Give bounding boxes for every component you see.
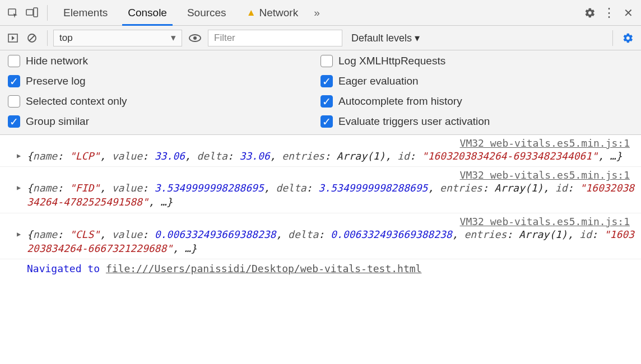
console-log-entry: VM32 web-vitals.es5.min.js:1 ▶ {name: "F… — [0, 167, 641, 213]
clear-console-icon[interactable] — [22, 29, 41, 48]
toggle-device-toolbar-icon[interactable] — [22, 3, 41, 22]
execution-context-select[interactable]: top ▾ — [53, 30, 182, 46]
live-expression-icon[interactable] — [185, 29, 205, 48]
devtools-toolbar: Elements Console Sources ▲ Network » ⋮ ✕ — [0, 0, 641, 26]
checkbox-preserve-log[interactable]: ✓ Preserve log — [8, 75, 320, 87]
checkbox-autocomplete-from-history[interactable]: ✓ Autocomplete from history — [320, 95, 633, 108]
tab-network-label: Network — [259, 7, 298, 19]
panel-tabs: Elements Console Sources ▲ Network » — [53, 0, 326, 25]
checkbox-icon: ✓ — [8, 115, 20, 128]
warning-icon: ▲ — [247, 7, 256, 18]
checkbox-icon — [320, 55, 333, 67]
log-object[interactable]: {name: "LCP", value: 33.06, delta: 33.06… — [27, 149, 635, 163]
checkbox-eager-evaluation[interactable]: ✓ Eager evaluation — [320, 75, 633, 87]
checkbox-icon — [8, 55, 20, 67]
console-settings-gear-icon[interactable] — [619, 29, 638, 48]
checkbox-label: Selected context only — [26, 95, 127, 108]
checkbox-label: Preserve log — [26, 75, 86, 87]
checkbox-evaluate-triggers-user-activation[interactable]: ✓ Evaluate triggers user activation — [320, 115, 633, 128]
disclosure-triangle-icon[interactable]: ▶ — [17, 152, 21, 160]
subbar-divider-2 — [612, 30, 613, 46]
console-output: VM32 web-vitals.es5.min.js:1 ▶ {name: "L… — [0, 135, 641, 278]
checkbox-label: Log XMLHttpRequests — [338, 55, 445, 67]
svg-rect-1 — [26, 10, 33, 15]
source-link[interactable]: VM32 web-vitals.es5.min.js:1 — [27, 137, 635, 149]
nav-url[interactable]: file:///Users/panissidi/Desktop/web-vita… — [106, 263, 422, 274]
checkbox-icon: ✓ — [320, 75, 333, 87]
checkbox-log-xhr[interactable]: Log XMLHttpRequests — [320, 55, 633, 67]
navigation-message: Navigated to file:///Users/panissidi/Des… — [0, 259, 641, 278]
tab-network[interactable]: ▲ Network — [236, 0, 309, 25]
log-levels-select[interactable]: Default levels ▾ — [351, 32, 420, 44]
log-object[interactable]: {name: "FID", value: 3.5349999998288695,… — [27, 181, 635, 209]
console-settings-panel: Hide network Log XMLHttpRequests ✓ Prese… — [0, 50, 641, 135]
close-icon[interactable]: ✕ — [619, 3, 638, 22]
checkbox-icon: ✓ — [8, 75, 20, 87]
toolbar-divider — [47, 5, 48, 21]
checkbox-label: Eager evaluation — [338, 75, 419, 87]
disclosure-triangle-icon[interactable]: ▶ — [17, 184, 21, 192]
source-link[interactable]: VM32 web-vitals.es5.min.js:1 — [27, 169, 635, 181]
tab-elements[interactable]: Elements — [53, 0, 118, 25]
kebab-menu-icon[interactable]: ⋮ — [600, 3, 619, 22]
svg-rect-2 — [34, 8, 38, 17]
checkbox-icon: ✓ — [320, 95, 333, 108]
source-link[interactable]: VM32 web-vitals.es5.min.js:1 — [27, 216, 635, 227]
checkbox-label: Evaluate triggers user activation — [338, 115, 490, 128]
checkbox-group-similar[interactable]: ✓ Group similar — [8, 115, 320, 128]
subbar-divider — [47, 30, 48, 46]
context-select-value: top — [59, 32, 73, 44]
inspect-element-icon[interactable] — [3, 3, 22, 22]
settings-gear-icon[interactable] — [580, 3, 600, 22]
checkbox-label: Autocomplete from history — [338, 95, 462, 108]
svg-point-7 — [193, 36, 197, 40]
checkbox-label: Hide network — [26, 55, 88, 67]
more-tabs-button[interactable]: » — [308, 0, 326, 25]
filter-input[interactable] — [208, 30, 342, 46]
checkbox-hide-network[interactable]: Hide network — [8, 55, 320, 67]
checkbox-label: Group similar — [26, 115, 89, 128]
disclosure-triangle-icon[interactable]: ▶ — [17, 230, 21, 238]
svg-line-5 — [29, 35, 35, 41]
console-log-entry: VM32 web-vitals.es5.min.js:1 ▶ {name: "C… — [0, 213, 641, 259]
checkbox-selected-context-only[interactable]: Selected context only — [8, 95, 320, 108]
tab-sources[interactable]: Sources — [177, 0, 236, 25]
console-log-entry: VM32 web-vitals.es5.min.js:1 ▶ {name: "L… — [0, 135, 641, 167]
checkbox-icon — [8, 95, 20, 108]
checkbox-icon: ✓ — [320, 115, 333, 128]
toggle-sidebar-icon[interactable] — [3, 29, 22, 48]
console-subbar: top ▾ Default levels ▾ — [0, 26, 641, 50]
tab-console[interactable]: Console — [118, 0, 177, 25]
chevron-down-icon: ▾ — [171, 32, 176, 44]
nav-prefix: Navigated to — [27, 263, 106, 274]
log-object[interactable]: {name: "CLS", value: 0.00633249366938823… — [27, 227, 635, 255]
